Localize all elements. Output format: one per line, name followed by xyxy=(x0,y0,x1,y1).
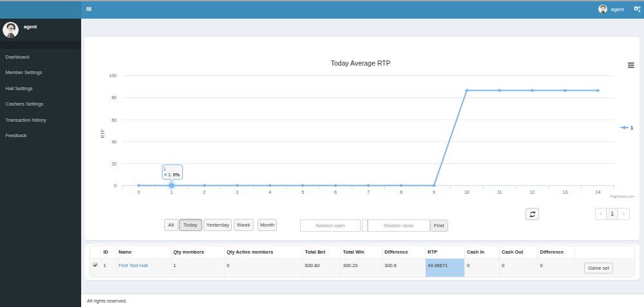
svg-text:9: 9 xyxy=(433,190,435,194)
svg-text:20: 20 xyxy=(111,162,117,166)
svg-text:6: 6 xyxy=(334,190,337,194)
svg-text:13: 13 xyxy=(563,190,568,194)
svg-text:4: 4 xyxy=(269,190,271,194)
svg-text:40: 40 xyxy=(111,140,117,144)
svg-text:80: 80 xyxy=(111,95,117,100)
svg-text:Today Average RTP: Today Average RTP xyxy=(330,59,390,67)
svg-text:2: 2 xyxy=(203,190,205,194)
svg-text:1: 1 xyxy=(170,190,173,194)
svg-text:0: 0 xyxy=(114,183,117,188)
svg-text:1: 0%: 1: 0% xyxy=(168,172,180,177)
svg-text:12: 12 xyxy=(530,190,535,194)
svg-text:60: 60 xyxy=(111,118,117,122)
svg-text:1: 1 xyxy=(164,167,166,171)
svg-text:100: 100 xyxy=(109,73,117,78)
svg-text:7: 7 xyxy=(367,190,370,194)
svg-text:3: 3 xyxy=(236,190,238,194)
svg-text:8: 8 xyxy=(400,190,402,194)
svg-text:RTP: RTP xyxy=(100,129,105,138)
svg-text:10: 10 xyxy=(464,190,469,194)
svg-text:0: 0 xyxy=(138,190,140,194)
svg-text:5: 5 xyxy=(301,190,304,194)
svg-text:11: 11 xyxy=(497,190,502,194)
svg-text:14: 14 xyxy=(596,190,601,194)
svg-text:1: 1 xyxy=(630,125,633,131)
svg-text:Highcharts.com: Highcharts.com xyxy=(611,194,634,198)
